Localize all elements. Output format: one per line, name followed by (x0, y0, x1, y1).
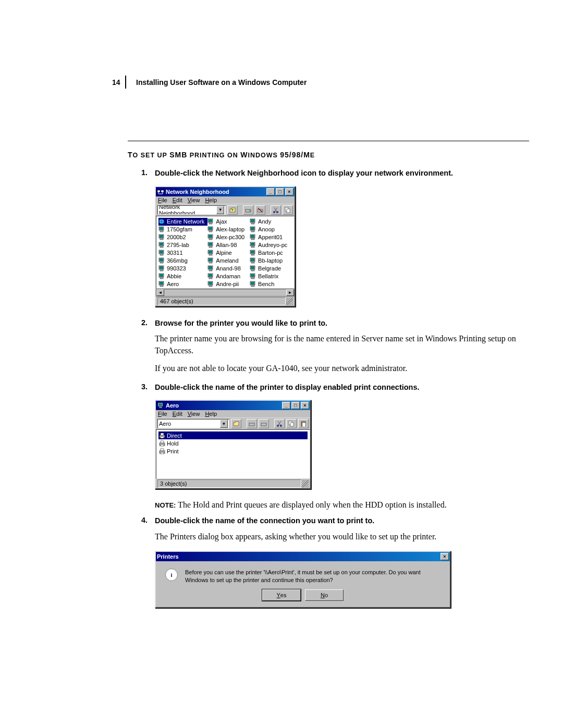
list-item[interactable]: Abbie (158, 273, 207, 280)
titlebar[interactable]: Printers × (156, 552, 450, 561)
map-drive-button[interactable] (247, 419, 257, 428)
titlebar[interactable]: Aero _ □ × (156, 401, 310, 410)
menu-help[interactable]: Help (205, 197, 217, 203)
menu-file[interactable]: File (158, 411, 167, 417)
menu-view[interactable]: View (188, 197, 200, 203)
yes-button[interactable]: Yes (262, 589, 301, 601)
computer-icon (207, 242, 215, 248)
computer-icon (158, 257, 166, 264)
step-3: 3. Double-click the name of the printer … (128, 382, 529, 397)
close-button[interactable]: × (440, 553, 449, 560)
section-heading: TO SET UP SMB PRINTING ON WINDOWS 95/98/… (128, 151, 529, 159)
list-item[interactable]: Aero (158, 280, 207, 288)
file-list-area[interactable]: DirectHoldPrint (156, 429, 310, 479)
svg-rect-13 (160, 227, 163, 230)
svg-rect-29 (160, 270, 163, 271)
map-drive-button[interactable] (243, 205, 253, 215)
list-item[interactable]: Belgrade (250, 265, 292, 273)
up-level-button[interactable] (227, 205, 238, 215)
list-item[interactable]: Print (158, 447, 308, 455)
resize-grip-icon[interactable] (286, 298, 293, 305)
svg-point-7 (274, 211, 275, 213)
menu-help[interactable]: Help (205, 411, 217, 417)
step-number: 2. (128, 318, 155, 327)
disconnect-drive-button[interactable] (255, 205, 265, 215)
item-label: Barton-pc (258, 250, 283, 256)
maximize-button[interactable]: □ (276, 188, 284, 195)
list-item[interactable]: Barton-pc (250, 249, 292, 257)
disconnect-drive-button[interactable] (259, 419, 269, 428)
computer-icon (250, 281, 257, 287)
toolbar: Aero ▼ (156, 417, 310, 429)
computer-icon (250, 250, 257, 256)
svg-rect-38 (209, 223, 212, 224)
horizontal-scrollbar[interactable]: ◄ ► (156, 289, 295, 297)
menubar: File Edit View Help (156, 410, 310, 417)
list-item[interactable]: 990323 (158, 265, 207, 273)
computer-icon (157, 402, 164, 409)
list-item[interactable]: Hold (158, 439, 308, 447)
file-list-area[interactable]: Entire Network1750gfam2000b22795-lab3031… (156, 216, 295, 289)
paste-button[interactable] (298, 419, 309, 428)
list-item[interactable]: 2000b2 (158, 233, 207, 241)
dialog-title: Printers (157, 553, 439, 560)
chevron-down-icon[interactable]: ▼ (220, 419, 228, 428)
list-item[interactable]: Alex-pc300 (207, 233, 250, 241)
menu-edit[interactable]: Edit (173, 411, 182, 417)
address-dropdown[interactable]: Aero ▼ (157, 419, 229, 428)
list-item[interactable]: Alpine (207, 249, 250, 257)
copy-button[interactable] (283, 205, 293, 215)
close-button[interactable]: × (285, 188, 293, 195)
titlebar[interactable]: Network Neighborhood _ □ × (156, 187, 295, 196)
list-item[interactable]: 30311 (158, 249, 207, 257)
list-item[interactable]: Bellatrix (250, 273, 292, 280)
list-item[interactable]: 366mbg (158, 257, 207, 265)
list-item[interactable]: Anoop (250, 226, 292, 233)
svg-rect-22 (160, 251, 163, 253)
cut-button[interactable] (274, 419, 285, 428)
menu-view[interactable]: View (188, 411, 200, 417)
svg-rect-62 (209, 286, 212, 287)
item-label: Direct (167, 433, 182, 439)
close-button[interactable]: × (301, 402, 309, 409)
svg-rect-26 (160, 262, 163, 263)
list-item[interactable]: 2795-lab (158, 241, 207, 249)
list-item[interactable]: Bench (250, 280, 292, 288)
computer-icon (207, 265, 215, 272)
cut-button[interactable] (271, 205, 281, 215)
up-level-button[interactable] (231, 419, 241, 428)
list-item[interactable]: Entire Network (158, 218, 207, 226)
list-item[interactable]: Bb-laptop (250, 257, 292, 265)
menu-file[interactable]: File (158, 197, 167, 203)
list-item[interactable]: Alex-laptop (207, 226, 250, 233)
step-number: 3. (128, 382, 155, 391)
list-item[interactable]: 1750gfam (158, 226, 207, 233)
copy-button[interactable] (286, 419, 297, 428)
list-item[interactable]: Ajax (207, 218, 250, 226)
item-label: 990323 (167, 265, 186, 272)
list-item[interactable]: Apperit01 (250, 233, 292, 241)
address-dropdown[interactable]: Network Neighborhood ▼ (157, 205, 226, 215)
list-item[interactable]: Ameland (207, 257, 250, 265)
dialog-body: i Before you can use the printer '\\Aero… (156, 561, 450, 587)
network-neighborhood-window: Network Neighborhood _ □ × File Edit Vie… (155, 186, 296, 307)
divider-line (128, 141, 529, 141)
list-item[interactable]: Direct (158, 431, 308, 439)
minimize-button[interactable]: _ (282, 402, 290, 409)
list-item[interactable]: Anand-98 (207, 265, 250, 273)
item-label: Ameland (216, 257, 238, 264)
scroll-right-button[interactable]: ► (286, 289, 294, 296)
list-item[interactable]: Andre-pii (207, 280, 250, 288)
maximize-button[interactable]: □ (291, 402, 300, 409)
scroll-left-button[interactable]: ◄ (156, 289, 164, 296)
list-item[interactable]: Allan-98 (207, 241, 250, 249)
chevron-down-icon[interactable]: ▼ (216, 206, 224, 214)
list-item[interactable]: Andaman (207, 273, 250, 280)
list-item[interactable]: Audreyo-pc (250, 241, 292, 249)
resize-grip-icon[interactable] (301, 480, 309, 487)
minimize-button[interactable]: _ (266, 188, 275, 195)
computer-icon (250, 265, 257, 272)
menu-edit[interactable]: Edit (173, 197, 182, 203)
list-item[interactable]: Andy (250, 218, 292, 226)
no-button[interactable]: No (305, 589, 344, 601)
